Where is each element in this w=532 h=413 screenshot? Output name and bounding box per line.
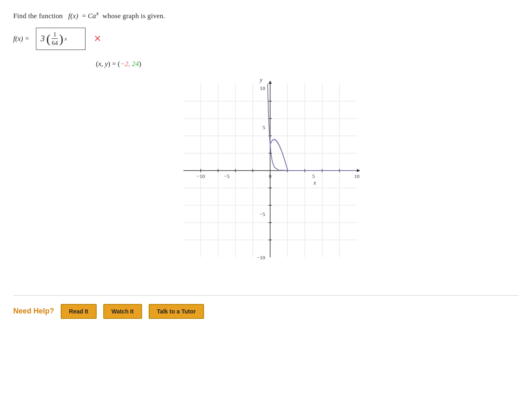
function-name-text: f(x): [68, 12, 78, 20]
point-paren-close: ): [139, 60, 141, 68]
x-label-0: 0: [269, 173, 272, 179]
answer-coefficient: 3: [40, 34, 45, 43]
need-help-label: Need Help?: [13, 307, 54, 316]
watch-it-button[interactable]: Watch It: [103, 304, 142, 319]
instruction-text: Find the function: [13, 12, 63, 20]
function-curve: [268, 80, 357, 171]
close-paren: ): [59, 33, 63, 45]
graph-container: −10 −5 0 5 10 10 5 −5 −10 y x: [159, 76, 373, 282]
point-label: (x, y) =: [96, 60, 118, 68]
tail-text: whose graph is given.: [102, 12, 165, 20]
y-label-5: 5: [263, 124, 266, 131]
wrong-icon: ✕: [94, 33, 101, 44]
x-label-neg10: −10: [197, 173, 205, 179]
y-axis-name: y: [259, 77, 263, 83]
graph-svg: −10 −5 0 5 10 10 5 −5 −10 y x: [159, 76, 373, 282]
point-display: (x, y) = (−2, 24): [96, 60, 519, 68]
read-it-button[interactable]: Read It: [61, 304, 97, 319]
talk-to-tutor-button[interactable]: Talk to a Tutor: [149, 304, 204, 319]
fraction-denominator: 64: [52, 39, 58, 47]
fraction-numerator: 1: [53, 31, 57, 38]
answer-label: f(x) =: [13, 35, 29, 43]
x-axis-name: x: [313, 180, 316, 186]
x-axis-arrow: [357, 169, 360, 172]
problem-exponent: x: [96, 10, 99, 17]
x-label-5: 5: [312, 173, 315, 179]
y-label-10: 10: [260, 85, 265, 91]
x-label-10: 10: [354, 173, 360, 179]
open-paren: (: [46, 33, 50, 45]
equation-text: = Cax: [80, 12, 99, 20]
answer-power: x: [64, 36, 67, 42]
y-label-neg5: −5: [259, 211, 265, 217]
bottom-section: Need Help? Read It Watch It Talk to a Tu…: [13, 295, 519, 324]
x-label-neg5: −5: [224, 173, 230, 179]
graph-area: −10 −5 0 5 10 10 5 −5 −10 y x: [13, 76, 519, 282]
point-y: 24: [132, 60, 139, 68]
problem-statement: Find the function f(x) = Cax whose graph…: [13, 10, 519, 20]
answer-box: 3 ( 1 64 ) x: [36, 28, 86, 50]
point-x: −2,: [120, 60, 130, 68]
y-label-neg10: −10: [257, 254, 265, 261]
answer-content: 3 ( 1 64 ) x: [40, 31, 67, 47]
fraction: 1 64: [52, 31, 58, 47]
y-axis-arrow: [268, 81, 272, 84]
fraction-bar: [52, 38, 58, 39]
answer-row: f(x) = 3 ( 1 64 ) x ✕: [13, 28, 519, 50]
